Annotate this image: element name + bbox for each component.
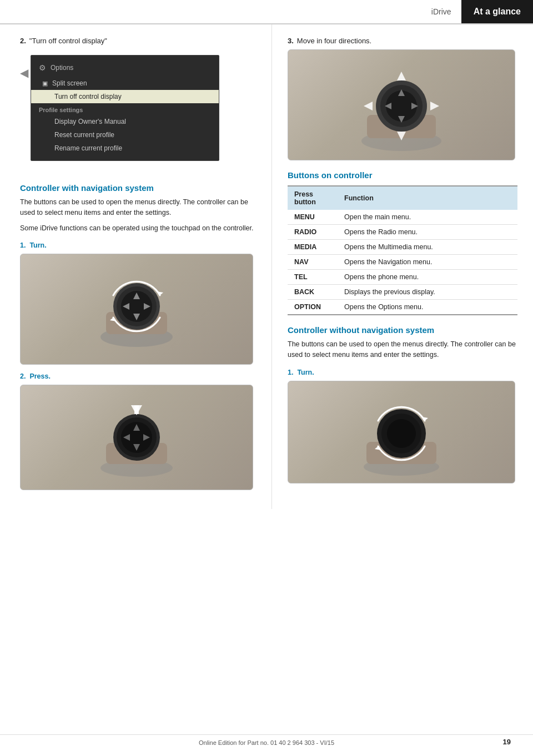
turn-arrows-svg [92,265,181,354]
four-dir-container [351,55,451,155]
turn-off-label: Turn off control display [54,93,122,100]
turn-arrows-container [92,265,181,354]
button-cell: NAV [288,255,338,270]
table-row: TELOpens the phone menu. [288,270,517,285]
controller-turn-image [20,254,253,365]
no-nav-svg [354,386,449,478]
step2b-label: 2. Press. [20,372,256,380]
check-icon: ▣ [42,80,48,87]
step2-section: 2. "Turn off control display" ◀ ⚙ Option… [20,37,256,172]
button-cell: TEL [288,270,338,285]
svg-marker-33 [364,102,373,110]
buttons-table: Press button Function MENUOpen the main … [288,185,517,315]
page-number: 19 [501,738,513,746]
table-row: NAVOpens the Navigation menu. [288,255,517,270]
controller-nav-section: Controller with navigation system The bu… [20,183,256,490]
function-cell: Opens the Radio menu. [338,225,517,240]
function-cell: Opens the Multimedia menu. [338,240,517,255]
function-cell: Opens the Navigation menu. [338,255,517,270]
rename-profile-label: Rename current profile [54,144,122,152]
svg-marker-40 [421,417,428,421]
left-column: 2. "Turn off control display" ◀ ⚙ Option… [0,24,272,509]
no-nav-step1-label: 1. Turn. [288,369,517,376]
button-cell: BACK [288,285,338,300]
controller-press-image [20,385,253,490]
controller-nav-body2: Some iDrive functions can be operated us… [20,223,256,234]
no-nav-container [354,386,449,478]
button-cell: RADIO [288,225,338,240]
profile-settings-label: Profile settings [31,103,219,115]
no-nav-step1-number: 1. [288,369,293,376]
split-screen-item: ▣ Split screen [31,77,219,90]
function-cell: Opens the Options menu. [338,300,517,315]
table-row: MEDIAOpens the Multimedia menu. [288,240,517,255]
table-row: MENUOpen the main menu. [288,210,517,225]
main-content: 2. "Turn off control display" ◀ ⚙ Option… [0,24,533,509]
buttons-table-body: MENUOpen the main menu.RADIOOpens the Ra… [288,210,517,315]
function-cell: Opens the phone menu. [338,270,517,285]
button-cell: MENU [288,210,338,225]
options-header-label: Options [51,64,73,72]
svg-marker-9 [157,291,163,295]
left-arrow-icon: ◀ [20,66,28,79]
step2-number: 2. [20,37,26,45]
controller-four-dir-image [288,49,515,160]
step1-text: Turn. [29,241,46,249]
step1-label: 1. Turn. [20,241,256,249]
step2-text: "Turn off control display" [29,37,107,45]
col-header-button: Press button [288,186,338,210]
press-svg [92,393,181,482]
step2b-number: 2. [20,372,26,380]
split-screen-label: Split screen [52,79,87,87]
right-column: 3. Move in four directions. [272,24,533,509]
options-menu-container: ◀ ⚙ Options ▣ Split screen [20,49,256,172]
function-cell: Open the main menu. [338,210,517,225]
no-nav-step1-text: Turn. [297,369,314,376]
gear-icon: ⚙ [39,63,46,72]
four-dir-svg [351,55,451,155]
press-container [92,393,181,482]
controller-no-nav-section: Controller without navigation system The… [288,325,517,483]
step2b-text: Press. [29,372,51,380]
display-owners-manual-item: Display Owner's Manual [31,115,219,128]
reset-profile-label: Reset current profile [54,131,114,139]
svg-marker-31 [397,72,406,80]
footer-text: Online Edition for Part no. 01 40 2 964 … [199,739,334,746]
controller-no-nav-title: Controller without navigation system [288,325,517,335]
controller-no-nav-body: The buttons can be used to open the menu… [288,339,517,361]
controller-nav-title: Controller with navigation system [20,183,256,193]
svg-rect-21 [134,405,139,414]
step3-number: 3. [288,37,294,45]
table-row: OPTIONOpens the Options menu. [288,300,517,315]
header-idrive-label: iDrive [421,0,461,23]
svg-marker-34 [430,102,439,110]
step3-section: 3. Move in four directions. [288,37,517,160]
function-cell: Displays the previous display. [338,285,517,300]
page-header: iDrive At a glance [0,0,533,24]
col-header-function: Function [338,186,517,210]
buttons-table-head: Press button Function [288,186,517,210]
controller-nav-body1: The buttons can be used to open the menu… [20,197,256,219]
button-cell: MEDIA [288,240,338,255]
svg-point-39 [387,419,416,448]
button-cell: OPTION [288,300,338,315]
rename-profile-item: Rename current profile [31,142,219,155]
step1-number: 1. [20,241,26,249]
table-row: RADIOOpens the Radio menu. [288,225,517,240]
options-menu: ⚙ Options ▣ Split screen Turn off contro… [31,55,219,161]
footer: Online Edition for Part no. 01 40 2 964 … [0,734,533,746]
buttons-section-title: Buttons on controller [288,170,517,180]
reset-profile-item: Reset current profile [31,128,219,142]
header-at-a-glance-label: At a glance [461,0,533,23]
display-owners-manual-label: Display Owner's Manual [54,118,126,125]
buttons-section: Buttons on controller Press button Funct… [288,170,517,315]
controller-no-nav-image [288,381,515,483]
step3-text: Move in four directions. [297,37,371,45]
options-menu-header: ⚙ Options [31,61,219,77]
table-header-row: Press button Function [288,186,517,210]
turn-off-item: Turn off control display [31,90,219,103]
table-row: BACKDisplays the previous display. [288,285,517,300]
